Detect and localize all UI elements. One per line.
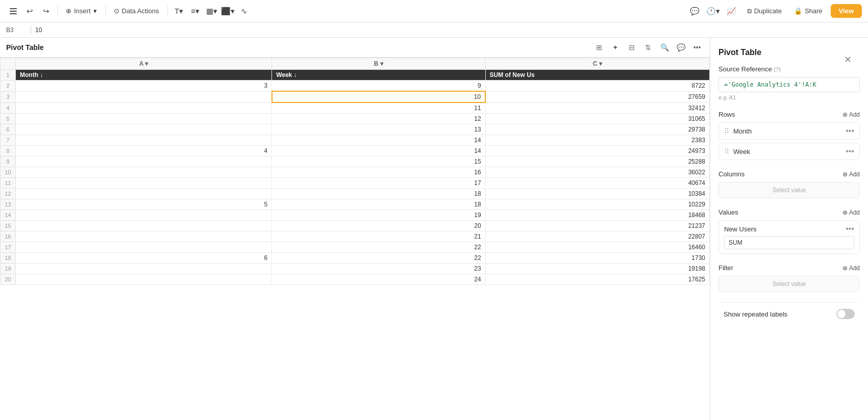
cell-a[interactable] [16, 124, 272, 135]
cell-a[interactable] [16, 264, 272, 274]
values-add-btn[interactable]: ⊕ Add [842, 209, 860, 216]
month-more-btn[interactable]: ••• [846, 127, 854, 135]
cell-b[interactable]: 18 [272, 199, 485, 210]
cell-b[interactable]: 17 [272, 178, 485, 189]
cell-b[interactable]: 15 [272, 156, 485, 167]
cell-b[interactable]: 22 [272, 253, 485, 264]
filter-add-btn[interactable]: ⊕ Add [842, 265, 860, 272]
cell-a[interactable] [16, 274, 272, 285]
cell-b[interactable]: 13 [272, 124, 485, 135]
cell-a[interactable]: 5 [16, 199, 272, 210]
grid-icon-btn[interactable]: ⊞ [592, 41, 606, 54]
show-repeated-toggle[interactable] [836, 309, 855, 319]
row-item-week[interactable]: ⠿ Week ••• [718, 143, 860, 160]
duplicate-btn[interactable]: ⧉ Duplicate [743, 5, 786, 17]
more-icon-btn[interactable]: ••• [690, 41, 704, 54]
header-cell[interactable]: Month ↓ [16, 70, 272, 81]
cell-a[interactable] [16, 231, 272, 242]
value-item-more-btn[interactable]: ••• [846, 225, 854, 233]
cell-c[interactable]: 36022 [485, 167, 709, 178]
cell-c[interactable]: 19198 [485, 264, 709, 274]
close-btn[interactable]: ✕ [844, 54, 852, 65]
cell-c[interactable]: 40674 [485, 178, 709, 189]
cell-a[interactable] [16, 221, 272, 231]
cell-c[interactable]: 22807 [485, 231, 709, 242]
table-wrapper[interactable]: A ▾ B ▾ C ▾ 1Month ↓Week ↓SUM of New Us2… [0, 58, 710, 417]
cell-b[interactable]: 11 [272, 102, 485, 114]
data-actions-btn[interactable]: ⊙ Data Actions [110, 5, 163, 17]
cell-c[interactable]: 18468 [485, 210, 709, 221]
col-header-c[interactable]: C ▾ [485, 58, 709, 70]
chart-btn[interactable]: ⬛▾ [221, 4, 235, 18]
cell-c[interactable]: 2383 [485, 135, 709, 146]
history-btn[interactable]: 🕐▾ [706, 4, 721, 18]
columns-select-placeholder[interactable]: Select value [718, 182, 860, 198]
cell-a[interactable] [16, 114, 272, 124]
cell-b[interactable]: 14 [272, 146, 485, 156]
cell-b[interactable]: 20 [272, 221, 485, 231]
cell-c[interactable]: 16460 [485, 242, 709, 253]
cell-b[interactable]: 23 [272, 264, 485, 274]
view-btn[interactable]: View [831, 4, 862, 18]
cell-c[interactable]: 10384 [485, 189, 709, 199]
cell-a[interactable] [16, 135, 272, 146]
share-btn[interactable]: 🔒 Share [790, 5, 827, 17]
cell-a[interactable]: 3 [16, 81, 272, 92]
sparkle-icon-btn[interactable]: ✦ [609, 41, 622, 54]
header-cell[interactable]: Week ↓ [272, 70, 485, 81]
cell-a[interactable] [16, 167, 272, 178]
cell-a[interactable] [16, 210, 272, 221]
insert-btn[interactable]: ⊕ Insert ▾ [62, 5, 101, 17]
cell-format-btn[interactable]: ▦▾ [205, 4, 219, 18]
cell-c[interactable]: 21237 [485, 221, 709, 231]
align-btn[interactable]: ≡▾ [188, 4, 203, 18]
header-cell[interactable]: SUM of New Us [485, 70, 709, 81]
formula-btn[interactable]: ∿ [237, 4, 252, 18]
comment-btn[interactable]: 💬 [688, 4, 702, 18]
trend-btn[interactable]: 📈 [725, 4, 739, 18]
aggregate-select[interactable]: SUM COUNT AVERAGE MIN MAX [724, 236, 854, 249]
source-input[interactable] [718, 77, 860, 92]
cell-b[interactable]: 22 [272, 242, 485, 253]
cell-b[interactable]: 10 [272, 91, 485, 102]
col-header-b[interactable]: B ▾ [272, 58, 485, 70]
undo-btn[interactable]: ↩ [22, 4, 37, 18]
cell-c[interactable]: 29738 [485, 124, 709, 135]
cell-c[interactable]: 31065 [485, 114, 709, 124]
search-icon-btn[interactable]: 🔍 [658, 41, 671, 54]
sort-icon-btn[interactable]: ⇅ [641, 41, 655, 54]
week-more-btn[interactable]: ••• [846, 147, 854, 155]
columns-add-btn[interactable]: ⊕ Add [842, 171, 860, 178]
cell-c[interactable]: 10229 [485, 199, 709, 210]
cell-a[interactable]: 4 [16, 146, 272, 156]
cell-a[interactable] [16, 91, 272, 102]
cell-a[interactable] [16, 156, 272, 167]
cell-c[interactable]: 17625 [485, 274, 709, 285]
rows-add-btn[interactable]: ⊕ Add [842, 111, 860, 118]
cell-a[interactable] [16, 178, 272, 189]
filter-select-placeholder[interactable]: Select value [718, 276, 860, 292]
cell-a[interactable]: 6 [16, 253, 272, 264]
cell-c[interactable]: 27659 [485, 91, 709, 102]
cell-c[interactable]: 8722 [485, 81, 709, 92]
cell-c[interactable]: 32412 [485, 102, 709, 114]
cell-b[interactable]: 19 [272, 210, 485, 221]
cell-a[interactable] [16, 189, 272, 199]
text-format-btn[interactable]: T▾ [172, 4, 186, 18]
cell-a[interactable] [16, 242, 272, 253]
filter-icon-btn[interactable]: ⊟ [625, 41, 638, 54]
cell-a[interactable] [16, 102, 272, 114]
cell-b[interactable]: 9 [272, 81, 485, 92]
cell-b[interactable]: 12 [272, 114, 485, 124]
cell-c[interactable]: 1730 [485, 253, 709, 264]
cell-c[interactable]: 25288 [485, 156, 709, 167]
cell-b[interactable]: 14 [272, 135, 485, 146]
cell-c[interactable]: 24973 [485, 146, 709, 156]
row-item-month[interactable]: ⠿ Month ••• [718, 122, 860, 140]
comment-icon-btn[interactable]: 💬 [674, 41, 687, 54]
cell-b[interactable]: 24 [272, 274, 485, 285]
redo-btn[interactable]: ↪ [39, 4, 53, 18]
menu-icon-btn[interactable] [6, 4, 20, 18]
cell-b[interactable]: 16 [272, 167, 485, 178]
col-header-a[interactable]: A ▾ [16, 58, 272, 70]
